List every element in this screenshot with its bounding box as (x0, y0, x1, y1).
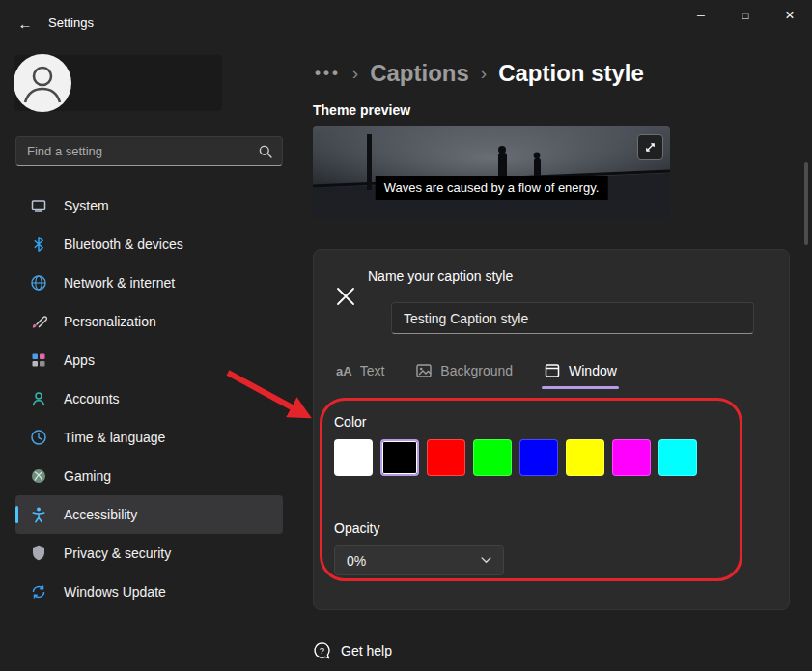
globe-icon (29, 273, 48, 293)
caption-preview-text: Waves are caused by a flow of energy. (376, 176, 608, 200)
page-title: Caption style (498, 60, 644, 87)
clock-icon (29, 428, 48, 447)
avatar[interactable] (14, 54, 71, 112)
sidebar-item-network-internet[interactable]: Network & internet (15, 264, 283, 302)
theme-preview-label: Theme preview (313, 102, 410, 118)
sidebar-item-personalization[interactable]: Personalization (15, 302, 283, 341)
sidebar-nav: System Bluetooth & devices Network & int… (15, 186, 283, 611)
maximize-button[interactable]: □ (723, 0, 768, 30)
breadcrumb-ellipsis[interactable]: ••• (315, 64, 341, 83)
text-tab-icon: aA (336, 364, 352, 378)
breadcrumb: ••• › Captions › Caption style (315, 56, 644, 91)
color-section-label: Color (334, 414, 366, 430)
caption-style-card: Name your caption style aA Text Backgrou… (313, 249, 790, 610)
tab-window[interactable]: Window (542, 356, 619, 389)
color-swatch-red[interactable] (427, 439, 465, 476)
caption-style-icon (334, 285, 357, 308)
accounts-person-icon (29, 389, 48, 408)
sidebar-item-label: Accounts (64, 391, 120, 406)
titlebar: ← Settings ─ □ × (0, 0, 812, 46)
preview-scene (313, 126, 670, 218)
maximize-icon: □ (742, 10, 749, 21)
apps-grid-icon (29, 350, 48, 370)
paintbrush-icon (29, 312, 48, 331)
back-icon: ← (18, 15, 33, 32)
color-swatch-magenta[interactable] (612, 439, 651, 476)
update-arrows-icon (29, 582, 48, 601)
color-swatch-green[interactable] (473, 439, 512, 476)
color-swatch-yellow[interactable] (566, 439, 604, 476)
close-button[interactable]: × (768, 0, 812, 30)
color-swatch-black[interactable] (380, 439, 419, 476)
minimize-icon: ─ (697, 10, 705, 21)
caption-style-name-input[interactable] (391, 302, 754, 334)
sidebar-item-label: Bluetooth & devices (64, 237, 183, 252)
selected-accent-bar (15, 506, 18, 523)
color-swatch-white[interactable] (334, 439, 373, 476)
window-tab-icon (544, 362, 561, 379)
get-help-link[interactable]: ? Get help (313, 641, 392, 659)
sidebar-item-apps[interactable]: Apps (15, 341, 283, 379)
tab-background[interactable]: Background (413, 356, 515, 389)
opacity-dropdown[interactable]: 0% (334, 545, 504, 575)
accessibility-person-icon (29, 505, 48, 524)
sidebar-item-windows-update[interactable]: Windows Update (15, 573, 283, 611)
sidebar-item-label: Apps (64, 352, 95, 368)
person-icon (14, 54, 71, 112)
back-button[interactable]: ← (8, 8, 42, 39)
scrollbar-thumb[interactable] (804, 162, 808, 245)
help-bubble-icon: ? (313, 641, 331, 659)
minimize-button[interactable]: ─ (679, 0, 723, 30)
close-icon: × (785, 7, 794, 24)
sidebar-item-label: Gaming (64, 468, 111, 484)
chevron-down-icon (481, 557, 491, 564)
sidebar-item-label: Accessibility (64, 507, 137, 522)
window-controls: ─ □ × (679, 0, 812, 30)
settings-window: ← Settings ─ □ × System Bluetooth & devi… (0, 0, 812, 671)
sidebar-item-label: Network & internet (64, 275, 175, 291)
style-tabs: aA Text Background Window (334, 356, 619, 389)
sidebar-item-label: Personalization (64, 314, 156, 329)
tab-label: Window (569, 363, 617, 378)
sidebar-item-bluetooth-devices[interactable]: Bluetooth & devices (15, 225, 283, 264)
sidebar-item-gaming[interactable]: Gaming (15, 457, 283, 495)
sidebar-item-system[interactable]: System (15, 186, 283, 225)
sidebar-item-label: Time & language (64, 430, 165, 445)
search-input[interactable] (16, 137, 252, 165)
get-help-label: Get help (341, 643, 392, 658)
search-box (15, 136, 283, 166)
color-swatches (334, 439, 697, 476)
color-swatch-blue[interactable] (519, 439, 558, 476)
sidebar-item-accessibility[interactable]: Accessibility (15, 495, 283, 534)
shield-icon (29, 544, 48, 563)
bluetooth-icon (29, 235, 48, 254)
name-caption-style-label: Name your caption style (368, 268, 513, 284)
sidebar-item-privacy-security[interactable]: Privacy & security (15, 534, 283, 573)
sidebar-item-label: System (64, 198, 109, 213)
svg-text:?: ? (320, 645, 324, 656)
chevron-right-icon: › (481, 63, 487, 84)
system-icon (29, 196, 48, 215)
opacity-section-label: Opacity (334, 520, 379, 536)
sidebar-item-accounts[interactable]: Accounts (15, 379, 283, 418)
tab-label: Background (440, 363, 513, 378)
tab-text[interactable]: aA Text (334, 356, 386, 389)
breadcrumb-captions[interactable]: Captions (370, 60, 469, 87)
sidebar-item-label: Windows Update (64, 584, 166, 600)
opacity-value: 0% (347, 553, 366, 569)
expand-preview-button[interactable] (637, 134, 663, 160)
color-swatch-cyan[interactable] (658, 439, 697, 476)
sidebar-item-time-language[interactable]: Time & language (15, 418, 283, 457)
expand-icon (644, 141, 657, 154)
window-title: Settings (48, 15, 94, 30)
theme-preview-image: Waves are caused by a flow of energy. (313, 126, 670, 218)
sidebar-item-label: Privacy & security (64, 545, 171, 561)
tab-label: Text (360, 363, 385, 378)
xbox-icon (29, 466, 48, 486)
chevron-right-icon: › (352, 63, 358, 84)
search-icon (258, 144, 273, 159)
background-tab-icon (415, 362, 433, 379)
